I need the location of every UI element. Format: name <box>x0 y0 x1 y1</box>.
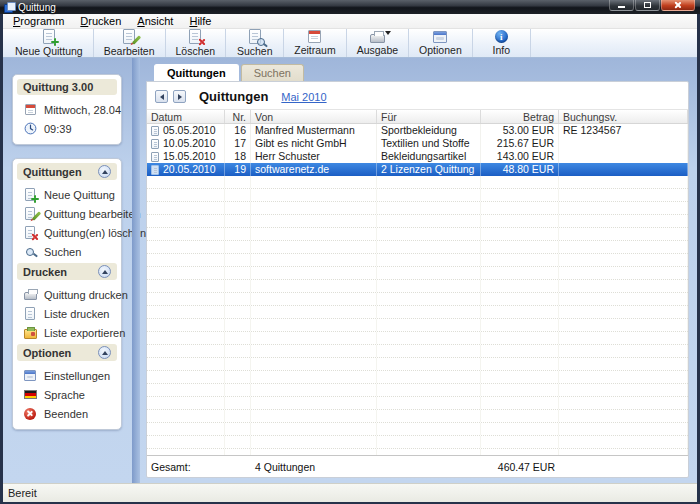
new-receipt-button[interactable]: Neue Quittung <box>5 29 94 57</box>
minimize-icon <box>618 6 625 8</box>
column-header-buchungsv[interactable]: Buchungsv. <box>559 110 688 123</box>
prev-month-button[interactable] <box>155 90 168 103</box>
search-button[interactable]: Suchen <box>226 29 284 57</box>
output-button[interactable]: Ausgabe <box>347 29 409 57</box>
sidebar-item-quittung-drucken[interactable]: Quittung drucken <box>21 285 115 304</box>
menu-ansicht[interactable]: Ansicht <box>129 15 181 27</box>
section-optionen-header: Optionen <box>17 344 117 361</box>
table-row[interactable]: 10.05.2010 17 Gibt es nicht GmbH Textili… <box>147 137 688 150</box>
maximize-button[interactable] <box>635 0 660 11</box>
info-button[interactable]: Info <box>473 29 531 57</box>
app-version-label: Quittung 3.00 <box>23 81 93 93</box>
section-drucken-header: Drucken <box>17 263 117 280</box>
chevron-up-icon <box>102 351 108 355</box>
sidebar-item-liste-drucken[interactable]: Liste drucken <box>21 304 115 323</box>
current-date: Mittwoch, 28.04 <box>44 104 121 116</box>
sidebar: Quittung 3.00 Mittwoch, 28.04 09:39 <box>3 58 132 483</box>
column-header-nr[interactable]: Nr. <box>225 110 251 123</box>
search-icon <box>26 248 34 256</box>
tabbar: Quittungen Suchen <box>154 64 689 81</box>
section-quittungen-header: Quittungen <box>17 163 117 180</box>
new-receipt-icon <box>25 188 35 201</box>
sidebar-item-liste-exportieren[interactable]: Liste exportieren <box>21 323 115 342</box>
calendar-icon <box>308 30 321 43</box>
splitter-handle[interactable] <box>132 58 140 483</box>
period-button[interactable]: Zeitraum <box>284 29 346 57</box>
receipt-count: 4 Quittungen <box>251 461 377 473</box>
column-header-datum[interactable]: Datum <box>147 110 225 123</box>
chevron-down-icon <box>385 31 391 35</box>
menu-hilfe[interactable]: Hilfe <box>181 15 219 27</box>
next-month-button[interactable] <box>173 90 186 103</box>
empty-row <box>147 423 688 436</box>
period-nav: Quittungen Mai 2010 <box>147 82 688 109</box>
empty-row <box>147 189 688 202</box>
edit-button[interactable]: Bearbeiten <box>94 29 166 57</box>
export-icon <box>24 329 37 339</box>
sidebar-item-sprache[interactable]: Sprache <box>21 385 115 404</box>
section-title: Quittungen <box>23 166 82 178</box>
empty-row <box>147 436 688 449</box>
column-header-betrag[interactable]: Betrag <box>481 110 559 123</box>
table-row-selected[interactable]: 20.05.2010 19 softwarenetz.de 2 Lizenzen… <box>147 163 688 176</box>
info-panel-header: Quittung 3.00 <box>17 79 117 95</box>
info-icon <box>495 30 508 43</box>
delete-icon <box>25 226 35 239</box>
collapse-quittungen-button[interactable] <box>98 165 111 178</box>
main-area: Quittung 3.00 Mittwoch, 28.04 09:39 <box>3 58 697 483</box>
menubar: Programm Drucken Ansicht Hilfe <box>3 14 697 29</box>
sidebar-item-neue-quittung[interactable]: Neue Quittung <box>21 185 115 204</box>
delete-icon <box>189 29 201 44</box>
empty-row <box>147 384 688 397</box>
collapse-optionen-button[interactable] <box>98 346 111 359</box>
sidebar-item-quittung-loeschen[interactable]: Quittung(en) löschen <box>21 223 115 242</box>
print-icon <box>24 292 37 300</box>
minimize-button[interactable] <box>609 0 634 11</box>
quit-icon <box>24 408 36 420</box>
receipt-list-panel: Quittungen Mai 2010 Datum Nr. Von Für Be… <box>146 81 689 478</box>
calendar-icon <box>25 104 36 115</box>
menu-programm[interactable]: Programm <box>5 15 72 27</box>
empty-row <box>147 176 688 189</box>
maximize-icon <box>644 2 651 8</box>
window-title: Quittung <box>18 2 56 13</box>
clock-icon <box>23 122 37 135</box>
sidebar-item-suchen[interactable]: Suchen <box>21 242 115 261</box>
chevron-up-icon <box>102 170 108 174</box>
empty-row <box>147 254 688 267</box>
print-icon <box>370 34 385 43</box>
column-header-fuer[interactable]: Für <box>377 110 481 123</box>
sidebar-item-quittung-bearbeiten[interactable]: Quittung bearbeiten <box>21 204 115 223</box>
table-header: Datum Nr. Von Für Betrag Buchungsv. <box>147 109 688 124</box>
current-time: 09:39 <box>44 123 72 135</box>
new-receipt-icon <box>43 29 55 44</box>
empty-row <box>147 215 688 228</box>
app-icon <box>4 2 14 12</box>
window-frame: Programm Drucken Ansicht Hilfe Neue Quit… <box>0 14 700 504</box>
table-row[interactable]: 15.05.2010 18 Herr Schuster Bekleidungsa… <box>147 150 688 163</box>
table-row[interactable]: 05.05.2010 16 Manfred Mustermann Sportbe… <box>147 124 688 137</box>
tab-quittungen[interactable]: Quittungen <box>154 64 239 81</box>
search-icon <box>249 29 261 44</box>
section-title: Optionen <box>23 347 71 359</box>
delete-button[interactable]: Löschen <box>166 29 227 57</box>
options-button[interactable]: Optionen <box>409 29 473 57</box>
collapse-drucken-button[interactable] <box>98 265 111 278</box>
edit-icon <box>25 207 35 220</box>
statusbar: Bereit <box>3 483 697 502</box>
close-icon <box>674 1 682 9</box>
menu-drucken[interactable]: Drucken <box>72 15 129 27</box>
empty-row <box>147 202 688 215</box>
tab-suchen[interactable]: Suchen <box>241 64 304 81</box>
period-link[interactable]: Mai 2010 <box>281 91 326 103</box>
sidebar-item-einstellungen[interactable]: Einstellungen <box>21 366 115 385</box>
empty-row <box>147 293 688 306</box>
chevron-up-icon <box>102 270 108 274</box>
sidebar-item-beenden[interactable]: Beenden <box>21 404 115 423</box>
empty-row <box>147 410 688 423</box>
column-header-von[interactable]: Von <box>251 110 377 123</box>
time-row: 09:39 <box>21 119 115 138</box>
close-button[interactable] <box>661 0 695 11</box>
settings-icon <box>24 370 36 381</box>
receipt-icon <box>151 165 159 175</box>
